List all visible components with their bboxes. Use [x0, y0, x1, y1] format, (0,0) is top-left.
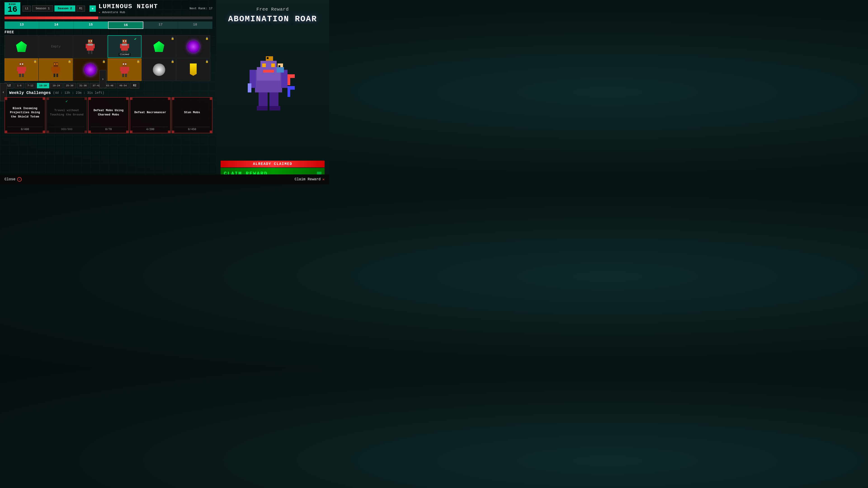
svg-rect-39 [121, 67, 128, 74]
svg-rect-49 [260, 61, 277, 77]
svg-rect-50 [262, 64, 266, 67]
game-title: LUMINOUS NIGHT [98, 3, 158, 10]
white-particle-p17 [153, 64, 165, 76]
abomination-character [248, 56, 298, 129]
paid-reward-14[interactable]: 🔒 [39, 58, 73, 81]
svg-rect-26 [19, 74, 21, 77]
close-label: Close [4, 177, 16, 182]
purple-particle-p15 [84, 64, 96, 76]
claim-reward-bottom[interactable]: Claim Reward ✕ [294, 177, 324, 182]
challenge-4-progress: 4/200 [132, 127, 168, 131]
paid-reward-17[interactable]: 🔒 [142, 58, 176, 81]
svg-rect-24 [17, 67, 19, 71]
challenges-title: Weekly Challenges [9, 91, 51, 95]
free-reward-15[interactable] [73, 35, 107, 58]
svg-rect-9 [91, 51, 93, 54]
svg-rect-12 [125, 40, 126, 41]
challenge-5-name: Stun Mobs [174, 100, 210, 125]
rank-nav-17[interactable]: 17 [143, 22, 178, 29]
challenge-1[interactable]: Block Incoming Projectiles Using the Shi… [4, 97, 45, 133]
claimed-badge: Claimed [119, 53, 131, 56]
svg-rect-16 [120, 44, 122, 48]
svg-rect-58 [257, 106, 268, 110]
svg-rect-66 [290, 86, 295, 90]
svg-rect-63 [287, 74, 290, 85]
paid-rewards-row: 🔒 🔒 [4, 58, 213, 81]
paid-reward-13[interactable]: 🔒 [4, 58, 38, 81]
challenge-3-name: Defeat Mobs Using Charmed Mobs [91, 100, 126, 125]
svg-rect-2 [91, 40, 92, 41]
right-panel: Free Reward ABOMINATION ROAR [216, 0, 329, 184]
challenges-timer: (4d : 13h : 23m : 31s left) [53, 91, 104, 95]
subtitle-text: Adventure Hub [102, 11, 125, 14]
free-reward-13[interactable] [4, 35, 38, 58]
claim-bottom-label: Claim Reward [294, 177, 320, 182]
challenges-header: ✦ Weekly Challenges (4d : 13h : 23m : 31… [4, 90, 213, 95]
challenge-4[interactable]: Defeat Necromancer 4/200 [130, 97, 170, 133]
svg-rect-29 [54, 64, 55, 65]
close-circle-icon: ○ [17, 177, 22, 182]
lock-icon-p18: 🔒 [205, 60, 209, 63]
empty-label: Empty [51, 45, 61, 48]
challenge-3[interactable]: Defeat Mobs Using Charmed Mobs 0/70 [88, 97, 129, 133]
free-label: FREE [4, 30, 213, 34]
svg-rect-34 [54, 74, 55, 77]
lock-icon-18: 🔒 [205, 37, 209, 40]
page-nav-r2[interactable]: R2 [130, 83, 139, 89]
season-2-btn[interactable]: Season 2 [55, 5, 75, 11]
game-icon: ◈ [90, 5, 96, 12]
rank-nav-15[interactable]: 15 [74, 22, 108, 29]
season-nav-r1[interactable]: R1 [76, 6, 85, 11]
paid-char-16 [119, 62, 130, 77]
challenge-5[interactable]: Stun Mobs 0/450 [172, 97, 213, 133]
lock-icon-17: 🔒 [171, 37, 174, 40]
svg-rect-42 [122, 74, 124, 77]
close-button[interactable]: Close ○ [4, 177, 22, 182]
svg-rect-40 [120, 67, 122, 71]
svg-rect-51 [271, 64, 275, 67]
gem-icon-17 [153, 41, 164, 52]
svg-rect-7 [93, 44, 95, 48]
page-19-24[interactable]: 19-24 [50, 83, 63, 88]
page-1-6[interactable]: 1-6 [14, 83, 24, 88]
close-x-icon[interactable]: ✕ [322, 177, 324, 182]
svg-rect-33 [59, 67, 61, 71]
svg-rect-15 [121, 44, 128, 46]
banner-yellow-p18 [190, 64, 197, 76]
svg-rect-13 [123, 42, 126, 43]
rank-nav-18[interactable]: 18 [178, 22, 213, 29]
season-nav-l1[interactable]: L1 [23, 6, 31, 11]
svg-rect-59 [270, 106, 280, 110]
paid-reward-16[interactable]: 🔒 [107, 58, 142, 81]
page-49-54[interactable]: 49-54 [117, 83, 129, 88]
paid-reward-18[interactable]: 🔒 [176, 58, 210, 81]
svg-rect-1 [89, 40, 90, 41]
xp-bar-container [4, 17, 213, 19]
page-25-30[interactable]: 25-30 [64, 83, 76, 88]
rank-nav-14[interactable]: 14 [39, 22, 74, 29]
nav-arrow-right[interactable]: › [99, 70, 106, 88]
challenge-2[interactable]: ✔ Travel without Touching the Ground 900… [46, 97, 87, 133]
rank-nav-16[interactable]: 16 [108, 22, 143, 29]
svg-rect-31 [53, 67, 59, 74]
free-reward-14[interactable]: Empty [39, 35, 73, 58]
free-reward-16[interactable]: ✔ Claimed [107, 35, 142, 58]
lock-icon-p14: 🔒 [68, 60, 71, 63]
lock-icon-p17: 🔒 [171, 60, 174, 63]
svg-rect-11 [123, 40, 124, 41]
season-tabs: L1 Season 1 Season 2 R1 [23, 5, 85, 11]
free-reward-18[interactable]: 🔒 [176, 35, 210, 58]
challenges-row: Block Incoming Projectiles Using the Shi… [4, 97, 213, 133]
rank-nav-13[interactable]: 13 [4, 22, 39, 29]
challenge-2-name: Travel without Touching the Ground [49, 100, 85, 125]
page-31-36[interactable]: 31-36 [77, 83, 89, 88]
svg-rect-27 [22, 74, 24, 77]
svg-rect-41 [127, 67, 129, 71]
svg-rect-52 [263, 70, 274, 72]
xp-bar-fill [4, 17, 98, 19]
page-7-12[interactable]: 7-12 [25, 83, 36, 88]
season-1-btn[interactable]: Season 1 [32, 5, 53, 11]
page-13-18[interactable]: 13-18 [37, 83, 49, 88]
free-reward-17[interactable]: 🔒 [142, 35, 176, 58]
challenge-5-progress: 0/450 [174, 127, 210, 131]
